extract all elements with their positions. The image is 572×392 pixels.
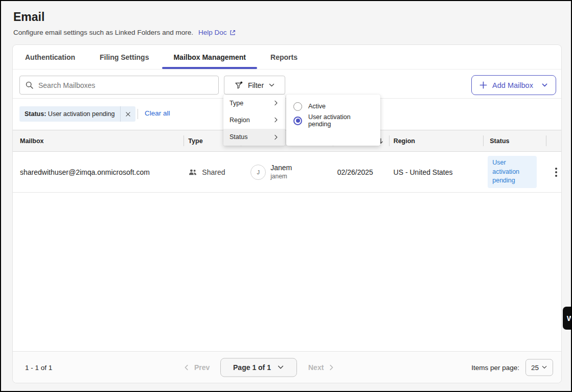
page-selector-label: Page 1 of 1 — [233, 363, 271, 372]
linked-user-stack: Janem janem — [270, 164, 292, 180]
page-selector-button[interactable]: Page 1 of 1 — [220, 358, 297, 377]
filter-dropdown-menu: Type Region Status — [223, 95, 285, 146]
email-settings-page: { "page": { "title": "Email", "subtitle"… — [0, 0, 572, 392]
filter-funnel-icon — [234, 81, 243, 90]
column-header-actions — [546, 130, 561, 151]
chevron-down-icon — [541, 364, 547, 371]
page-title: Email — [13, 10, 44, 24]
cell-region: US - United States — [390, 152, 484, 192]
filter-menu-item-type[interactable]: Type — [223, 95, 285, 111]
cell-mailbox: sharedwithuser@2imqa.onmicrosoft.com — [13, 152, 184, 192]
widget-flyout-tab[interactable]: W — [563, 307, 572, 330]
help-doc-link[interactable]: Help Doc — [198, 29, 237, 36]
column-header-region[interactable]: Region — [390, 130, 484, 151]
cell-type: Shared — [184, 152, 241, 192]
page-subtitle: Configure email settings such as Linked … — [13, 29, 236, 36]
filter-menu-item-region-label: Region — [230, 117, 250, 124]
items-per-page-button[interactable]: 25 — [525, 359, 553, 376]
filter-button-label: Filter — [248, 81, 264, 89]
filter-menu-item-region[interactable]: Region — [223, 111, 285, 128]
pagination-bar: 1 - 1 of 1 Prev Page 1 of 1 Next Items p… — [13, 351, 561, 383]
status-option-active-label: Active — [308, 103, 326, 110]
results-range-label: 1 - 1 of 1 — [25, 363, 52, 371]
chevron-right-icon — [328, 364, 335, 371]
add-mailbox-label: Add Mailbox — [492, 81, 533, 89]
filter-chip-prefix: Status: — [25, 110, 46, 118]
filter-chip-close-button[interactable] — [120, 106, 135, 122]
search-box[interactable] — [19, 76, 219, 95]
external-link-icon — [229, 29, 236, 36]
column-header-mailbox[interactable]: Mailbox — [13, 130, 184, 151]
close-icon — [125, 111, 131, 118]
search-icon — [25, 81, 34, 89]
chip-clear-divider — [138, 109, 138, 119]
radio-unselected-icon — [293, 102, 302, 111]
status-badge: User activation pending — [488, 156, 537, 188]
add-mailbox-button[interactable]: Add Mailbox — [471, 75, 556, 95]
chevron-down-icon — [277, 364, 284, 371]
widget-tab-label: W — [567, 314, 572, 322]
tab-bar: Authentication Filing Settings Mailbox M… — [13, 45, 561, 70]
tab-filing-settings[interactable]: Filing Settings — [87, 45, 161, 69]
shared-mailbox-people-icon — [188, 168, 197, 176]
table-row[interactable]: sharedwithuser@2imqa.onmicrosoft.com Sha… — [13, 152, 561, 193]
status-filter-submenu: Active User activation pending — [286, 95, 380, 146]
kebab-icon — [555, 171, 557, 173]
chevron-down-icon — [268, 82, 275, 88]
radio-selected-icon — [293, 117, 302, 125]
chevron-right-icon — [272, 100, 279, 106]
cell-date: 02/26/2025 — [333, 152, 390, 192]
prev-label: Prev — [194, 363, 210, 372]
plus-icon — [479, 81, 487, 89]
filter-chip-value: User activation pending — [48, 110, 115, 118]
chevron-left-icon — [183, 364, 190, 371]
column-header-status[interactable]: Status — [484, 130, 546, 151]
clear-all-link[interactable]: Clear all — [145, 109, 170, 117]
filter-chip-label: Status: User activation pending — [19, 110, 120, 118]
prev-page-button[interactable]: Prev — [183, 363, 210, 372]
status-option-active[interactable]: Active — [286, 99, 380, 113]
items-per-page-label: Items per page: — [471, 363, 519, 371]
search-input[interactable] — [38, 81, 213, 89]
tab-authentication[interactable]: Authentication — [13, 45, 87, 69]
cell-status: User activation pending — [484, 152, 546, 192]
items-per-page-value: 25 — [531, 363, 539, 371]
status-option-pending-label: User activation pending — [308, 113, 373, 128]
items-per-page-group: Items per page: 25 — [471, 359, 553, 376]
tab-mailbox-management[interactable]: Mailbox Management — [161, 45, 258, 69]
linked-user-handle: janem — [270, 173, 292, 180]
status-option-user-activation-pending[interactable]: User activation pending — [286, 113, 380, 128]
next-label: Next — [308, 363, 324, 372]
chevron-right-icon — [272, 117, 279, 123]
next-page-button[interactable]: Next — [308, 363, 335, 372]
filter-button[interactable]: Filter — [224, 76, 285, 95]
linked-user-name: Janem — [270, 164, 292, 173]
cell-type-label: Shared — [202, 168, 225, 176]
page-subtitle-text: Configure email settings such as Linked … — [13, 29, 193, 36]
filter-menu-item-status[interactable]: Status — [223, 129, 285, 146]
cell-actions — [546, 152, 561, 192]
cell-linked-user: J Janem janem — [241, 152, 333, 192]
chevron-down-icon — [541, 82, 548, 88]
filter-chip-status: Status: User activation pending — [19, 106, 135, 122]
avatar: J — [250, 165, 266, 180]
tab-reports[interactable]: Reports — [258, 45, 310, 69]
chevron-right-icon — [272, 134, 279, 141]
filter-menu-item-status-label: Status — [230, 133, 247, 141]
help-doc-label: Help Doc — [198, 29, 227, 36]
filter-menu-item-type-label: Type — [230, 100, 243, 107]
row-actions-menu-button[interactable] — [551, 162, 561, 182]
